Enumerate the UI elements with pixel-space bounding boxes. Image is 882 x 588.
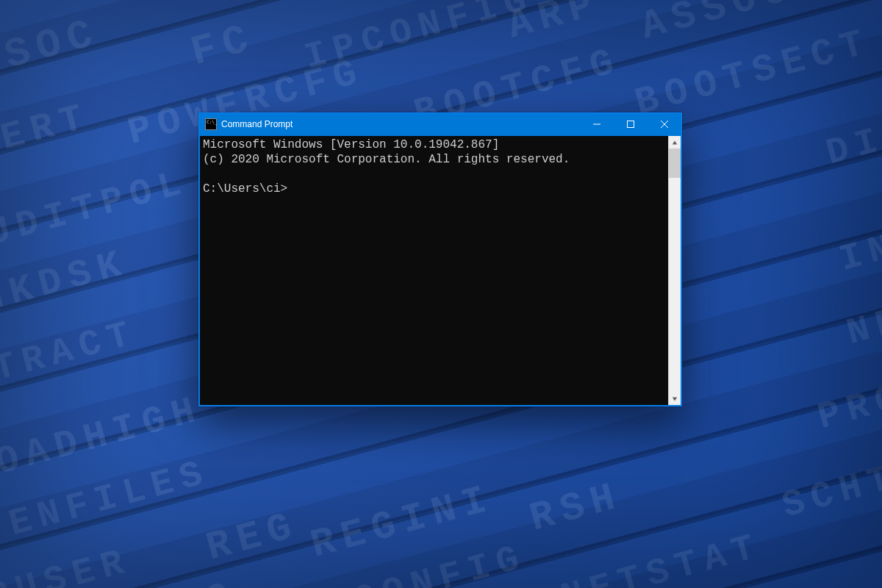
maximize-icon [627,121,634,128]
minimize-button[interactable] [580,113,614,135]
titlebar[interactable]: Command Prompt [199,113,681,135]
minimize-icon [593,121,600,128]
window-controls [580,113,681,135]
console-line-version: Microsoft Windows [Version 10.0.19042.86… [203,138,499,151]
client-area: Microsoft Windows [Version 10.0.19042.86… [200,136,681,405]
console-prompt: C:\Users\ci> [203,182,287,196]
console-line-copyright: (c) 2020 Microsoft Corporation. All righ… [203,153,570,166]
close-button[interactable] [648,113,681,135]
console-output[interactable]: Microsoft Windows [Version 10.0.19042.86… [200,136,668,405]
vertical-scrollbar[interactable] [668,136,681,405]
svg-marker-5 [673,397,677,401]
maximize-button[interactable] [614,113,648,135]
svg-rect-1 [628,121,634,128]
cmd-icon [205,118,217,130]
window-title: Command Prompt [221,119,293,129]
scrollbar-thumb[interactable] [669,148,681,178]
scroll-down-button[interactable] [669,392,681,405]
svg-marker-4 [673,140,677,144]
scroll-up-button[interactable] [669,136,681,148]
scrollbar-track[interactable] [669,148,681,392]
command-prompt-window: Command Prompt Microsoft Windows [Versio… [198,112,682,406]
chevron-up-icon [672,140,678,146]
chevron-down-icon [672,396,678,402]
close-icon [661,121,668,128]
